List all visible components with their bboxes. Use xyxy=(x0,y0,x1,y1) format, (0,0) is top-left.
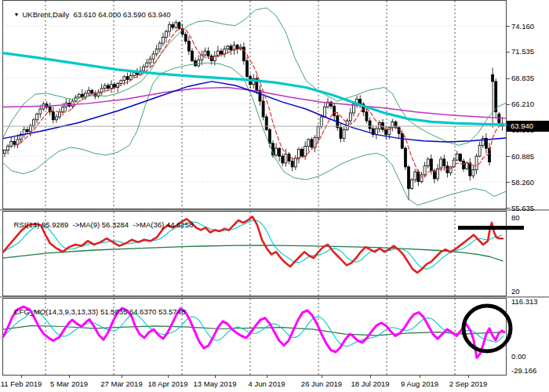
ma-red-dashed-line xyxy=(14,28,502,177)
cfg-header: CFG_MO(14,3,9,3,13,33) 51.5035 64.6370 5… xyxy=(5,299,185,325)
date-tick-label: 13 May 2019 xyxy=(194,379,237,388)
date-tick-label: 11 Feb 2019 xyxy=(1,379,42,388)
date-tick-mark xyxy=(322,376,322,378)
rsi-header: RSI(14) 55.9289 ->MA(9) 56.3284 ->MA(36)… xyxy=(5,212,193,238)
date-tick-label: 27 Mar 2019 xyxy=(100,379,142,388)
rsi-header-label: RSI(14) 55.9289 ->MA(9) 56.3284 ->MA(36)… xyxy=(14,220,194,229)
cfg-header-label: CFG_MO(14,3,9,3,13,33) 51.5035 64.6370 5… xyxy=(14,307,186,316)
symbol-period-label: UKBrent,Daily xyxy=(23,10,70,19)
bollinger-upper-band xyxy=(3,8,506,145)
chart-window: ▼UKBrent,Daily 63.610 64.000 63.590 63.9… xyxy=(0,0,549,392)
date-axis: 11 Feb 20195 Mar 201927 Mar 201918 Apr 2… xyxy=(0,376,549,392)
rsi-resistance-trendline[interactable] xyxy=(458,226,524,230)
ohlc-values-label: 63.610 64.000 63.590 63.940 xyxy=(69,10,170,19)
current-price-box: 63.940 xyxy=(507,121,549,132)
date-tick-label: 2 Sep 2019 xyxy=(449,379,488,388)
date-tick-label: 5 Mar 2019 xyxy=(50,379,88,388)
date-tick-label: 26 Jun 2019 xyxy=(301,379,342,388)
date-tick-mark xyxy=(420,376,420,378)
date-tick-label: 18 Jul 2019 xyxy=(351,379,389,388)
date-tick-mark xyxy=(267,376,267,378)
date-tick-mark xyxy=(21,376,22,378)
date-tick-mark xyxy=(122,376,122,378)
ma-cyan-line xyxy=(3,53,506,125)
panel-splitter[interactable] xyxy=(0,209,549,211)
date-tick-mark xyxy=(69,376,70,378)
date-tick-label: 4 Jun 2019 xyxy=(248,379,285,388)
date-tick-mark xyxy=(215,376,216,378)
candlesticks xyxy=(4,20,504,201)
panel-splitter[interactable] xyxy=(0,296,549,298)
date-tick-mark xyxy=(468,376,469,378)
chart-title: ▼UKBrent,Daily 63.610 64.000 63.590 63.9… xyxy=(5,2,171,27)
date-tick-mark xyxy=(168,376,169,378)
date-tick-mark xyxy=(370,376,371,378)
date-tick-label: 9 Aug 2019 xyxy=(401,379,438,388)
chevron-down-icon[interactable]: ▼ xyxy=(14,12,20,17)
ellipse-annotation[interactable] xyxy=(464,306,511,351)
date-tick-label: 18 Apr 2019 xyxy=(147,379,187,388)
main-price-chart[interactable] xyxy=(0,0,549,209)
